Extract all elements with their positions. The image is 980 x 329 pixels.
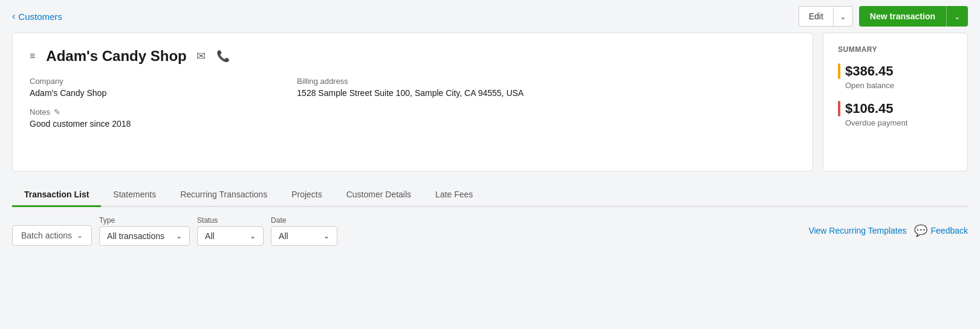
tabs-section: Transaction List Statements Recurring Tr… [0, 171, 980, 207]
overdue-payment-item: $106.45 Overdue payment [838, 101, 953, 127]
customer-name-row: ≡ Adam's Candy Shop ✉ 📞 [30, 48, 784, 65]
notes-section: Notes ✎ Good customer since 2018 [30, 107, 273, 129]
open-balance-bar [838, 63, 840, 79]
tab-customer-details[interactable]: Customer Details [334, 184, 423, 207]
back-link[interactable]: ‹ Customers [12, 11, 62, 22]
filters-bar: Batch actions ⌄ Type All transactions ⌄ … [0, 207, 980, 254]
notes-label-row: Notes ✎ [30, 107, 273, 117]
tab-transaction-list[interactable]: Transaction List [12, 184, 101, 207]
status-filter-group: Status All ⌄ [197, 216, 264, 246]
view-recurring-templates-link[interactable]: View Recurring Templates [808, 226, 906, 235]
new-transaction-label: New transaction [859, 6, 946, 27]
notes-value: Good customer since 2018 [30, 119, 273, 129]
feedback-label: Feedback [931, 226, 968, 235]
status-filter-chevron-icon: ⌄ [250, 232, 256, 240]
billing-address-value: 1528 Sample Street Suite 100, Sample Cit… [297, 88, 784, 98]
type-filter-chevron-icon: ⌄ [176, 232, 182, 240]
date-filter-value: All [279, 231, 288, 241]
billing-address-section: Billing address 1528 Sample Street Suite… [297, 77, 784, 98]
customer-card: ≡ Adam's Candy Shop ✉ 📞 Company Adam's C… [12, 33, 813, 171]
summary-title: SUMMARY [838, 45, 953, 54]
tab-projects[interactable]: Projects [279, 184, 334, 207]
feedback-button[interactable]: 💬 Feedback [914, 224, 968, 237]
email-icon[interactable]: ✉ [195, 48, 207, 64]
top-bar: ‹ Customers Edit ⌄ New transaction ⌄ [0, 0, 980, 33]
customer-info-grid: Company Adam's Candy Shop Billing addres… [30, 77, 784, 129]
tabs-list: Transaction List Statements Recurring Tr… [12, 184, 968, 207]
overdue-label: Overdue payment [845, 118, 953, 127]
back-label: Customers [18, 11, 62, 22]
customer-name: Adam's Candy Shop [46, 48, 186, 65]
open-balance-label: Open balance [845, 81, 953, 90]
company-label: Company [30, 77, 273, 86]
status-filter-select[interactable]: All ⌄ [197, 226, 264, 246]
overdue-row: $106.45 [838, 101, 953, 117]
summary-card: SUMMARY $386.45 Open balance $106.45 Ove… [823, 33, 968, 171]
company-value: Adam's Candy Shop [30, 88, 273, 98]
edit-button[interactable]: Edit ⌄ [799, 6, 853, 27]
batch-actions-button[interactable]: Batch actions ⌄ [12, 225, 92, 246]
main-content: ≡ Adam's Candy Shop ✉ 📞 Company Adam's C… [0, 33, 980, 171]
type-filter-group: Type All transactions ⌄ [99, 216, 190, 246]
billing-address-label: Billing address [297, 77, 784, 86]
new-transaction-chevron-icon[interactable]: ⌄ [946, 7, 968, 27]
date-filter-group: Date All ⌄ [271, 216, 337, 246]
menu-icon[interactable]: ≡ [30, 51, 35, 62]
overdue-amount: $106.45 [845, 101, 894, 117]
edit-chevron-icon[interactable]: ⌄ [833, 7, 852, 26]
edit-label: Edit [799, 7, 833, 26]
type-filter-select[interactable]: All transactions ⌄ [99, 226, 190, 246]
tab-recurring-transactions[interactable]: Recurring Transactions [168, 184, 279, 207]
date-filter-label: Date [271, 216, 337, 225]
type-filter-label: Type [99, 216, 190, 225]
status-filter-value: All [205, 231, 215, 241]
open-balance-amount: $386.45 [845, 63, 894, 79]
batch-actions-chevron-icon: ⌄ [77, 231, 83, 240]
open-balance-item: $386.45 Open balance [838, 63, 953, 90]
notes-label: Notes [30, 107, 50, 117]
back-chevron-icon: ‹ [12, 11, 15, 22]
status-filter-label: Status [197, 216, 264, 225]
edit-notes-icon[interactable]: ✎ [54, 107, 60, 117]
type-filter-value: All transactions [107, 231, 164, 241]
tab-statements[interactable]: Statements [101, 184, 168, 207]
phone-icon[interactable]: 📞 [215, 48, 231, 64]
tab-late-fees[interactable]: Late Fees [423, 184, 485, 207]
overdue-bar [838, 101, 840, 117]
batch-actions-label: Batch actions [21, 231, 72, 240]
new-transaction-button[interactable]: New transaction ⌄ [859, 6, 968, 27]
open-balance-row: $386.45 [838, 63, 953, 79]
top-actions: Edit ⌄ New transaction ⌄ [799, 6, 968, 27]
feedback-icon: 💬 [914, 224, 927, 237]
date-filter-chevron-icon: ⌄ [323, 232, 329, 240]
company-section: Company Adam's Candy Shop [30, 77, 273, 98]
date-filter-select[interactable]: All ⌄ [271, 226, 337, 246]
